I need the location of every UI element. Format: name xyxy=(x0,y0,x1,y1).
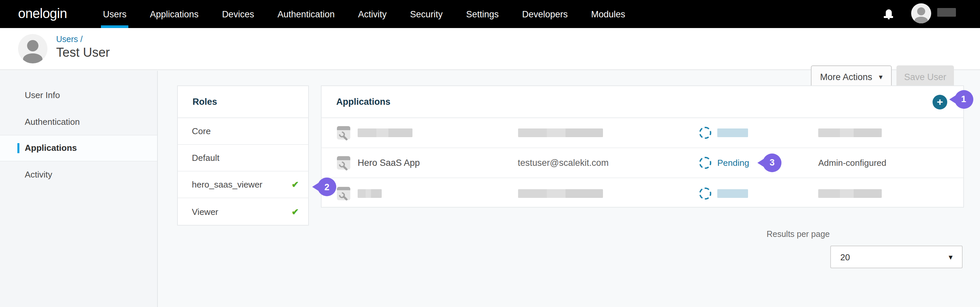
app-icon xyxy=(337,126,350,139)
onelogin-logo[interactable]: onelogin xyxy=(18,6,67,21)
results-per-page-label: Results per page xyxy=(765,229,832,239)
nav-item-activity[interactable]: Activity xyxy=(358,0,387,28)
add-application-button[interactable]: + xyxy=(932,95,947,109)
role-row-core[interactable]: Core xyxy=(178,118,308,145)
chevron-down-icon: ▼ xyxy=(947,253,954,261)
redacted-email-bar xyxy=(518,128,603,137)
redacted-app-name-bar xyxy=(358,128,412,137)
user-avatar xyxy=(18,34,48,63)
notifications-bell-icon[interactable] xyxy=(884,9,893,19)
account-avatar[interactable] xyxy=(911,3,931,23)
sidebar-item-applications[interactable]: Applications xyxy=(0,135,157,161)
page-header: Users / Test User More Actions ▾ Save Us… xyxy=(0,28,980,70)
more-actions-button[interactable]: More Actions ▾ xyxy=(811,65,892,88)
redacted-status-bar xyxy=(717,128,748,137)
role-name: Default xyxy=(192,153,219,163)
nav-item-authentication[interactable]: Authentication xyxy=(277,0,334,28)
sidebar-item-activity[interactable]: Activity xyxy=(0,161,157,188)
roles-panel-header: Roles xyxy=(178,86,308,118)
page: onelogin Users Applications Devices Auth… xyxy=(0,0,980,307)
sidebar: User Info Authentication Applications Ac… xyxy=(0,71,158,307)
role-name: Core xyxy=(192,126,211,136)
table-row[interactable] xyxy=(321,178,963,208)
redacted-app-name-bar xyxy=(358,189,382,198)
roles-panel: Roles Core Default hero_saas_viewer ✔ Vi… xyxy=(177,85,309,226)
table-row[interactable] xyxy=(321,118,963,148)
role-row-default[interactable]: Default xyxy=(178,145,308,171)
applications-panel: Applications + Hero SaaS App testuser@sc… xyxy=(321,85,964,207)
save-user-label: Save User xyxy=(904,72,946,82)
pending-spinner-icon xyxy=(699,187,711,199)
nav-links: Users Applications Devices Authenticatio… xyxy=(103,0,625,28)
annotation-callout-1: 1 xyxy=(954,90,973,108)
wrench-icon xyxy=(339,191,348,199)
annotation-callout-3: 3 xyxy=(763,153,781,172)
nav-item-developers[interactable]: Developers xyxy=(522,0,568,28)
app-icon xyxy=(337,187,350,200)
applications-panel-header: Applications + xyxy=(321,86,963,118)
nav-item-devices[interactable]: Devices xyxy=(222,0,254,28)
page-title: Test User xyxy=(56,45,110,60)
table-row-hero-saas-app[interactable]: Hero SaaS App testuser@scalekit.com Pend… xyxy=(321,148,963,178)
more-actions-label: More Actions xyxy=(820,72,872,82)
app-name: Hero SaaS App xyxy=(358,158,420,168)
status-badge: Pending xyxy=(717,158,749,168)
sidebar-item-authentication[interactable]: Authentication xyxy=(0,108,157,135)
wrench-icon xyxy=(339,131,348,139)
role-name: Viewer xyxy=(192,207,218,217)
provisioning-state: Admin-configured xyxy=(818,158,886,168)
nav-item-applications[interactable]: Applications xyxy=(150,0,199,28)
selected-page-size: 20 xyxy=(831,252,850,262)
app-login-email: testuser@scalekit.com xyxy=(518,158,609,168)
role-name: hero_saas_viewer xyxy=(192,180,262,190)
results-per-page-select[interactable]: 20 ▼ xyxy=(830,245,963,268)
annotation-callout-2: 2 xyxy=(318,177,336,196)
nav-item-settings[interactable]: Settings xyxy=(466,0,499,28)
nav-item-security[interactable]: Security xyxy=(410,0,443,28)
pending-spinner-icon xyxy=(699,127,711,139)
redacted-policy-bar xyxy=(818,128,882,137)
redacted-policy-bar xyxy=(818,189,882,198)
redacted-status-bar xyxy=(717,189,748,198)
active-indicator-bar xyxy=(18,143,19,153)
save-user-button[interactable]: Save User xyxy=(896,65,954,88)
role-row-viewer[interactable]: Viewer ✔ xyxy=(178,198,308,225)
redacted-email-bar xyxy=(518,189,603,198)
top-nav: onelogin Users Applications Devices Auth… xyxy=(0,0,980,28)
nav-item-modules[interactable]: Modules xyxy=(591,0,625,28)
sidebar-item-user-info[interactable]: User Info xyxy=(0,82,157,108)
nav-item-users[interactable]: Users xyxy=(103,0,127,28)
pending-spinner-icon xyxy=(699,157,711,169)
chevron-down-icon: ▾ xyxy=(879,73,883,81)
role-row-hero-saas-viewer[interactable]: hero_saas_viewer ✔ xyxy=(178,171,308,198)
roles-title: Roles xyxy=(178,97,217,107)
redacted-account-box xyxy=(937,8,956,16)
check-icon: ✔ xyxy=(291,207,299,217)
wrench-icon xyxy=(339,161,348,169)
sidebar-item-label: Applications xyxy=(25,143,77,153)
applications-title: Applications xyxy=(321,97,390,107)
app-icon xyxy=(337,156,350,169)
breadcrumb[interactable]: Users / xyxy=(56,35,83,44)
check-icon: ✔ xyxy=(291,180,299,190)
